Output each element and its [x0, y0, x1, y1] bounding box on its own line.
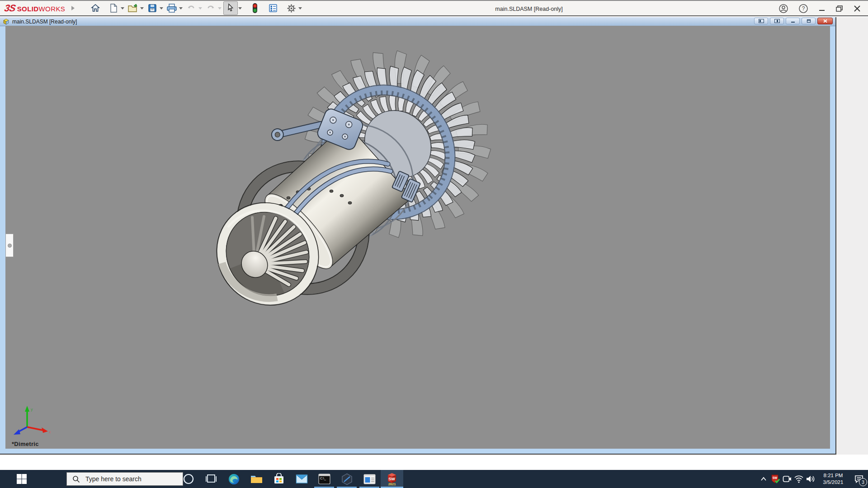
- taskbar-solidworks-button[interactable]: SW 2021: [381, 470, 403, 488]
- app-window-title: main.SLDASM [Read-only]: [461, 1, 597, 16]
- select-tool-dropdown[interactable]: [238, 7, 242, 11]
- panel-expand-dot-icon: [8, 244, 12, 248]
- undo-dropdown[interactable]: [198, 7, 202, 11]
- new-document-dropdown[interactable]: [121, 7, 124, 11]
- gear-icon: [287, 4, 296, 13]
- toggle-right-panel-button[interactable]: [770, 18, 784, 24]
- task-view-icon: [205, 473, 217, 485]
- task-pane-button[interactable]: [266, 2, 280, 14]
- settings-button[interactable]: [284, 2, 298, 14]
- home-button[interactable]: [89, 2, 102, 14]
- hexagon-app-icon: [341, 473, 353, 485]
- brand-name-light: WORKS: [39, 5, 66, 13]
- windows-taskbar: C:\_: [0, 470, 868, 488]
- redo-dropdown[interactable]: [218, 7, 222, 11]
- undo-icon: [186, 4, 196, 13]
- taskbar-window-app-button[interactable]: [358, 470, 381, 488]
- taskbar-task-view-button[interactable]: [200, 470, 222, 488]
- traffic-light-icon: [252, 3, 258, 14]
- taskbar-mail-button[interactable]: [290, 470, 313, 488]
- svg-text:?: ?: [802, 5, 805, 12]
- quick-access-toolbar: [89, 1, 304, 15]
- document-restore-button[interactable]: [802, 18, 816, 24]
- action-center-button[interactable]: 3: [850, 470, 868, 488]
- tray-show-hidden-button[interactable]: [758, 470, 769, 488]
- document-title: main.SLDASM [Read-only]: [12, 19, 77, 25]
- new-document-button[interactable]: [107, 2, 120, 14]
- solidworks-icon-letters: SW: [388, 477, 395, 481]
- view-orientation-label: *Dimetric: [12, 441, 39, 447]
- select-cursor-icon: [226, 3, 236, 14]
- sw-resource-monitor-icon: SW: [771, 474, 780, 484]
- taskbar-cortana-button[interactable]: [177, 470, 200, 488]
- triad-y-label: y: [31, 407, 33, 412]
- print-icon: [166, 3, 177, 13]
- edge-icon: [228, 473, 240, 485]
- tray-volume-button[interactable]: [805, 470, 816, 488]
- wifi-icon: [794, 475, 804, 483]
- tray-meet-now-button[interactable]: [781, 470, 793, 488]
- menu-flyout-arrow-icon[interactable]: [71, 6, 77, 10]
- reference-triad: y x: [10, 404, 53, 443]
- document-window-controls: [754, 18, 833, 24]
- tray-network-button[interactable]: [793, 470, 805, 488]
- document-close-button[interactable]: [817, 18, 833, 24]
- taskbar-search-box[interactable]: [66, 472, 183, 486]
- open-dropdown[interactable]: [140, 7, 144, 11]
- save-dropdown[interactable]: [160, 7, 163, 11]
- user-account-icon[interactable]: [778, 4, 788, 14]
- command-prompt-icon: C:\_: [318, 474, 330, 484]
- search-input[interactable]: [85, 475, 177, 483]
- print-button[interactable]: [165, 2, 179, 14]
- new-document-icon: [109, 3, 118, 13]
- command-prompt-text: C:\_: [320, 477, 326, 480]
- taskbar-edge-button[interactable]: [222, 470, 245, 488]
- file-explorer-icon: [250, 474, 263, 484]
- undo-button[interactable]: [184, 2, 198, 14]
- select-tool-button[interactable]: [223, 1, 238, 15]
- notification-badge: 3: [859, 478, 867, 486]
- tray-solidworks-monitor[interactable]: SW: [769, 470, 781, 488]
- open-button[interactable]: [126, 2, 140, 14]
- dassault-logo-icon: 3S: [4, 3, 16, 14]
- mdi-area: main.SLDASM [Read-only]: [0, 17, 868, 455]
- microsoft-store-icon: [273, 473, 285, 485]
- engine-3d-model[interactable]: [5, 26, 830, 449]
- clock-time: 8:21 PM: [818, 472, 848, 479]
- redo-button[interactable]: [204, 2, 217, 14]
- settings-dropdown[interactable]: [298, 7, 302, 11]
- meet-now-camera-icon: [783, 475, 792, 483]
- toggle-left-panel-button[interactable]: [754, 18, 768, 24]
- redo-icon: [206, 4, 216, 13]
- help-icon[interactable]: ?: [798, 4, 808, 14]
- tray-clock[interactable]: 8:21 PM 3/5/2021: [818, 472, 848, 486]
- close-button[interactable]: [854, 5, 861, 12]
- graphics-viewport[interactable]: y x *Dimetric: [5, 26, 830, 449]
- taskbar-apps: C:\_: [177, 470, 403, 488]
- taskbar-file-explorer-button[interactable]: [245, 470, 268, 488]
- document-titlebar[interactable]: main.SLDASM [Read-only]: [0, 17, 835, 26]
- restore-button[interactable]: [835, 5, 844, 12]
- start-button[interactable]: [0, 470, 43, 488]
- triad-x-label: x: [49, 430, 51, 434]
- save-icon: [147, 3, 157, 13]
- print-dropdown[interactable]: [179, 7, 183, 11]
- minimize-button[interactable]: [818, 5, 826, 12]
- properties-list-icon: [269, 4, 278, 13]
- system-tray: SW 8:21 PM: [758, 470, 868, 488]
- collapsed-panel-tab[interactable]: [5, 234, 14, 257]
- document-minimize-button[interactable]: [786, 18, 800, 24]
- taskbar-hexagon-app-button[interactable]: [335, 470, 358, 488]
- chevron-up-icon: [760, 477, 767, 481]
- save-button[interactable]: [146, 2, 159, 14]
- clock-date: 3/5/2021: [818, 479, 848, 486]
- open-folder-icon: [127, 3, 138, 13]
- taskbar-command-prompt-button[interactable]: C:\_: [313, 470, 335, 488]
- rebuild-button[interactable]: [248, 2, 262, 14]
- brand-name-bold: SOLID: [17, 5, 39, 13]
- solidworks-2021-icon: SW 2021: [386, 472, 398, 486]
- taskbar-store-button[interactable]: [268, 470, 290, 488]
- cortana-icon: [183, 473, 194, 485]
- document-window: main.SLDASM [Read-only]: [0, 17, 836, 455]
- solidworks-icon-year: 2021: [388, 482, 396, 486]
